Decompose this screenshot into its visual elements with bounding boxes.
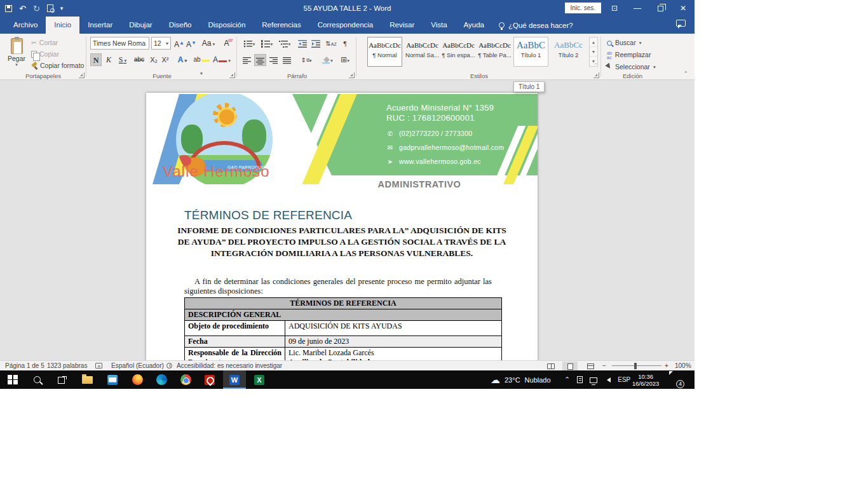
print-layout-button[interactable]: [562, 362, 578, 370]
text-effects-button[interactable]: A ▾: [175, 53, 190, 66]
document-area[interactable]: GAD PARROQUIAL Valle Hermoso Acuerdo Min…: [0, 81, 695, 360]
grow-font-button[interactable]: A▲: [173, 37, 185, 50]
styles-scrollbar[interactable]: ▲ ▼ ▼̲: [589, 37, 598, 67]
align-right-button[interactable]: [268, 54, 280, 66]
clipboard-dialog-launcher[interactable]: [79, 72, 85, 78]
font-color-button[interactable]: A ▾: [213, 53, 231, 66]
zoom-slider-handle[interactable]: [634, 363, 637, 369]
proofing-icon[interactable]: [95, 361, 102, 370]
accessibility-status[interactable]: Accesibilidad: es necesario investigar: [177, 361, 282, 370]
edge-button[interactable]: [150, 370, 173, 389]
justify-button[interactable]: [281, 54, 293, 66]
mail-button[interactable]: [101, 370, 124, 389]
strikethrough-button[interactable]: abc: [132, 53, 147, 66]
styles-more-icon[interactable]: ▼̲: [590, 57, 597, 66]
bullets-button[interactable]: ▾: [241, 37, 257, 50]
styles-scroll-up-icon[interactable]: ▲: [590, 37, 597, 47]
shrink-font-button[interactable]: A▼: [186, 37, 197, 50]
tab-diseno[interactable]: Diseño: [161, 17, 200, 34]
tab-dibujar[interactable]: Dibujar: [121, 17, 160, 34]
zoom-out-button[interactable]: −: [602, 361, 606, 370]
numbering-button[interactable]: ▾: [259, 37, 275, 50]
tab-insertar[interactable]: Insertar: [79, 17, 121, 34]
word-count[interactable]: 1323 palabras: [47, 361, 87, 370]
font-size-select[interactable]: 12▾: [151, 37, 171, 50]
volume-icon[interactable]: [604, 377, 611, 383]
clear-formatting-button[interactable]: A: [222, 37, 234, 50]
language-indicator[interactable]: Español (Ecuador): [111, 361, 164, 370]
web-layout-button[interactable]: [583, 362, 598, 370]
hidden-icons-chevron[interactable]: ⌃: [564, 376, 570, 384]
tab-disposicion[interactable]: Disposición: [200, 17, 254, 34]
file-explorer-button[interactable]: [76, 370, 98, 389]
zoom-level[interactable]: 100%: [675, 361, 691, 370]
paste-button[interactable]: Pegar ▾: [3, 36, 30, 73]
network-icon[interactable]: [590, 377, 597, 383]
document-page[interactable]: GAD PARROQUIAL Valle Hermoso Acuerdo Min…: [146, 93, 538, 360]
style-normal[interactable]: AaBbCcDc ¶ Normal: [367, 37, 402, 67]
tab-inicio[interactable]: Inicio: [46, 17, 79, 34]
font-name-select[interactable]: Times New Roma▾: [90, 37, 149, 50]
bold-button[interactable]: N: [90, 53, 102, 66]
superscript-button[interactable]: X²: [159, 53, 171, 66]
show-marks-button[interactable]: ¶: [339, 37, 351, 50]
restore-button[interactable]: [649, 0, 672, 17]
notification-center-button[interactable]: 4: [668, 373, 682, 386]
task-view-button[interactable]: [50, 370, 73, 389]
style-sin-espaciado[interactable]: AaBbCcDc ¶ Sin espa...: [441, 37, 476, 67]
style-normal-sa[interactable]: AaBbCcDc Normal Sa...: [405, 37, 440, 67]
styles-scroll-down-icon[interactable]: ▼: [590, 47, 597, 57]
format-painter-button[interactable]: Copiar formato: [31, 60, 84, 71]
firefox-button[interactable]: [126, 370, 149, 389]
style-titulo-1[interactable]: AaBbC Título 1: [513, 37, 548, 67]
minimize-button[interactable]: —: [626, 0, 649, 17]
tab-correspondencia[interactable]: Correspondencia: [309, 17, 382, 34]
keyboard-language[interactable]: ESP: [618, 376, 630, 383]
increase-indent-button[interactable]: [309, 37, 322, 50]
tell-me-search[interactable]: ¿Qué desea hacer?: [492, 17, 580, 34]
start-button[interactable]: [1, 370, 24, 389]
ribbon-display-options-button[interactable]: ⊡: [603, 0, 626, 17]
subscript-button[interactable]: X₂: [148, 53, 159, 66]
style-table-paragraph[interactable]: AaBbCcDc ¶ Table Pa...: [477, 37, 512, 67]
multilevel-list-button[interactable]: ▾: [276, 37, 293, 50]
tab-referencias[interactable]: Referencias: [254, 17, 309, 34]
tab-revisar[interactable]: Revisar: [381, 17, 423, 34]
copy-button[interactable]: Copiar: [31, 49, 59, 60]
change-case-button[interactable]: Aa ▾: [200, 37, 217, 50]
accessibility-icon[interactable]: [166, 361, 172, 370]
clock[interactable]: 10:36 16/6/2023: [632, 370, 659, 389]
find-button[interactable]: Buscar ▾: [607, 37, 641, 48]
close-button[interactable]: ✕: [672, 0, 695, 17]
styles-dialog-launcher[interactable]: [593, 72, 599, 78]
page-indicator[interactable]: Página 1 de 5: [5, 361, 44, 370]
tab-ayuda[interactable]: Ayuda: [456, 17, 492, 34]
italic-button[interactable]: K: [104, 53, 114, 66]
zoom-in-button[interactable]: +: [665, 361, 668, 370]
line-spacing-button[interactable]: ⇕≡▾: [297, 54, 315, 66]
style-titulo-2[interactable]: AaBbCc Título 2: [551, 37, 586, 67]
comments-icon[interactable]: [676, 20, 686, 27]
zoom-slider-track[interactable]: [612, 365, 661, 366]
windows-ink-icon[interactable]: [577, 376, 583, 383]
acrobat-button[interactable]: [198, 370, 221, 389]
highlight-color-button[interactable]: ab ▾: [192, 53, 211, 66]
sort-button[interactable]: ⇅AZ: [325, 37, 337, 50]
tab-archivo[interactable]: Archivo: [5, 17, 46, 34]
word-taskbar-button[interactable]: W: [223, 370, 246, 389]
tab-vista[interactable]: Vista: [423, 17, 455, 34]
cut-button[interactable]: ✂ Cortar: [31, 37, 58, 48]
align-center-button[interactable]: [254, 54, 266, 66]
taskbar-search-button[interactable]: [25, 370, 48, 389]
font-dialog-launcher[interactable]: [229, 72, 235, 78]
sign-in-button[interactable]: Inic. ses.: [565, 3, 601, 13]
align-left-button[interactable]: [241, 54, 253, 66]
chrome-button[interactable]: [174, 370, 197, 389]
decrease-indent-button[interactable]: [296, 37, 309, 50]
replace-button[interactable]: abac Reemplazar: [607, 50, 651, 60]
underline-button[interactable]: S ▾: [115, 53, 130, 66]
shading-button[interactable]: ▾: [319, 54, 336, 66]
select-button[interactable]: Seleccionar ▾: [607, 62, 656, 72]
weather-widget[interactable]: ☁ 23°C Nublado: [491, 370, 551, 389]
read-mode-button[interactable]: [543, 362, 559, 370]
